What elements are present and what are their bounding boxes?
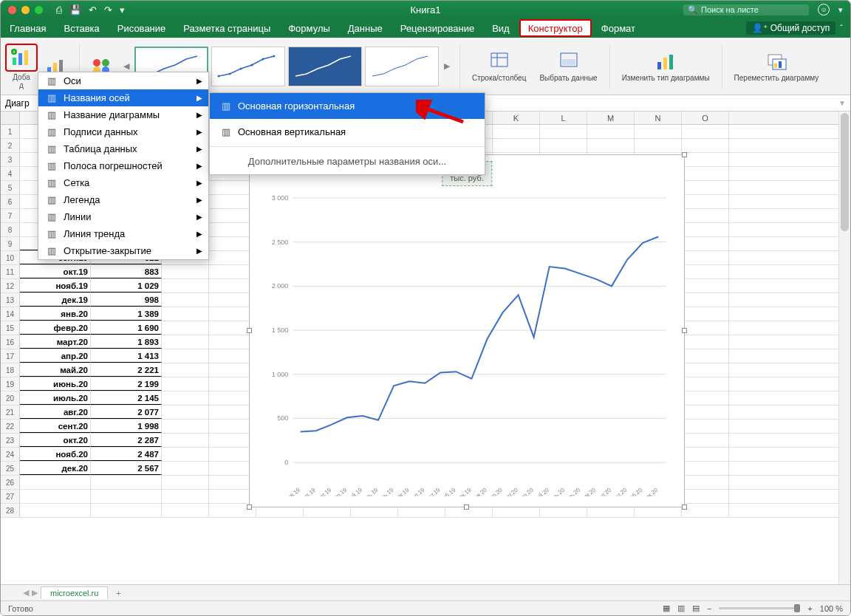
cell[interactable]: 1 998 bbox=[91, 420, 162, 433]
cell[interactable] bbox=[682, 490, 729, 503]
cell[interactable] bbox=[493, 139, 540, 152]
row-header[interactable]: 5 bbox=[1, 181, 20, 194]
cell[interactable]: окт.19 bbox=[20, 265, 91, 278]
cell[interactable] bbox=[682, 335, 729, 349]
tab-format[interactable]: Формат bbox=[592, 18, 644, 38]
menu-item[interactable]: ▥ Легенда ▶ bbox=[38, 191, 208, 208]
cell[interactable] bbox=[682, 195, 729, 208]
cell[interactable]: 2 077 bbox=[91, 405, 162, 419]
cell[interactable] bbox=[682, 139, 729, 152]
cell[interactable] bbox=[682, 448, 729, 461]
resize-handle[interactable] bbox=[682, 328, 687, 333]
cell[interactable] bbox=[682, 153, 729, 166]
cell[interactable]: 2 145 bbox=[91, 391, 162, 405]
view-normal-icon[interactable]: ▦ bbox=[663, 603, 670, 613]
cell[interactable] bbox=[162, 279, 209, 292]
cell[interactable]: 2 567 bbox=[91, 462, 162, 475]
cell[interactable] bbox=[682, 167, 729, 180]
tab-draw[interactable]: Рисование bbox=[109, 18, 174, 38]
cell[interactable] bbox=[587, 125, 635, 138]
add-sheet-button[interactable]: + bbox=[111, 589, 126, 598]
sheet-tab[interactable]: microexcel.ru bbox=[41, 586, 108, 599]
save-icon[interactable]: 💾 bbox=[69, 4, 81, 16]
chart-style-2[interactable] bbox=[211, 47, 285, 86]
cell[interactable] bbox=[682, 321, 729, 335]
row-header[interactable]: 4 bbox=[1, 167, 20, 180]
row-header[interactable]: 11 bbox=[1, 265, 20, 278]
cell[interactable] bbox=[20, 476, 91, 489]
sheet-nav-prev-icon[interactable]: ◀ bbox=[23, 588, 29, 598]
select-data-button[interactable]: Выбрать данные bbox=[535, 50, 601, 82]
cell[interactable] bbox=[162, 476, 209, 489]
cell[interactable] bbox=[682, 391, 729, 405]
cell[interactable]: авг.20 bbox=[20, 405, 91, 419]
menu-item[interactable]: ▥ Подписи данных ▶ bbox=[38, 123, 208, 140]
menu-item[interactable]: ▥ Сетка ▶ bbox=[38, 174, 208, 191]
cell[interactable]: июль.20 bbox=[20, 391, 91, 405]
qat-more-icon[interactable]: ▾ bbox=[120, 4, 125, 16]
switch-row-column-button[interactable]: Строка/столбец bbox=[468, 50, 530, 82]
tab-view[interactable]: Вид bbox=[483, 18, 519, 38]
zoom-out-icon[interactable]: − bbox=[707, 604, 711, 613]
resize-handle[interactable] bbox=[247, 504, 252, 510]
cell[interactable]: 2 221 bbox=[91, 363, 162, 377]
tab-pagelayout[interactable]: Разметка страницы bbox=[174, 18, 279, 38]
cell[interactable] bbox=[682, 504, 729, 517]
titlebar-more-icon[interactable]: ▾ bbox=[838, 5, 843, 15]
menu-item[interactable]: ▥ Название диаграммы ▶ bbox=[38, 106, 208, 123]
cell[interactable]: дек.19 bbox=[20, 293, 91, 307]
row-header[interactable]: 18 bbox=[1, 363, 20, 377]
row-header[interactable]: 21 bbox=[1, 405, 20, 419]
sheet-nav-next-icon[interactable]: ▶ bbox=[32, 588, 38, 598]
cell[interactable] bbox=[540, 125, 587, 138]
cell[interactable] bbox=[91, 476, 162, 489]
row-header[interactable]: 27 bbox=[1, 490, 20, 503]
cell[interactable]: 2 487 bbox=[91, 448, 162, 461]
cell[interactable]: 1 690 bbox=[91, 321, 162, 335]
cell[interactable] bbox=[162, 462, 209, 475]
cell[interactable] bbox=[682, 420, 729, 433]
cell[interactable] bbox=[91, 490, 162, 503]
cell[interactable]: нояб.20 bbox=[20, 448, 91, 461]
redo-icon[interactable]: ↷ bbox=[104, 4, 112, 16]
zoom-level[interactable]: 100 % bbox=[820, 604, 843, 613]
column-header[interactable]: M bbox=[587, 112, 635, 124]
tab-insert[interactable]: Вставка bbox=[55, 18, 108, 38]
cell[interactable] bbox=[682, 223, 729, 236]
cell[interactable] bbox=[682, 363, 729, 377]
move-chart-button[interactable]: Переместить диаграмму bbox=[730, 50, 824, 82]
cell[interactable] bbox=[162, 363, 209, 377]
menu-item[interactable]: ▥ Открытие-закрытие ▶ bbox=[38, 242, 208, 259]
row-header[interactable]: 24 bbox=[1, 448, 20, 461]
row-header[interactable]: 28 bbox=[1, 504, 20, 517]
add-chart-element-button[interactable]: + bbox=[5, 44, 38, 72]
cell[interactable] bbox=[682, 405, 729, 419]
cell[interactable]: дек.20 bbox=[20, 462, 91, 475]
row-header[interactable]: 2 bbox=[1, 139, 20, 152]
view-pagebreak-icon[interactable]: ▤ bbox=[692, 603, 700, 613]
feedback-icon[interactable]: ☺ bbox=[818, 4, 830, 16]
cell[interactable]: янв.20 bbox=[20, 307, 91, 321]
change-chart-type-button[interactable]: Изменить тип диаграммы bbox=[618, 50, 714, 82]
resize-handle[interactable] bbox=[682, 504, 687, 510]
cell[interactable] bbox=[162, 405, 209, 419]
row-header[interactable]: 12 bbox=[1, 279, 20, 292]
menu-item[interactable]: ▥ Оси ▶ bbox=[38, 72, 208, 89]
cell[interactable] bbox=[682, 181, 729, 194]
cell[interactable]: 2 199 bbox=[91, 377, 162, 391]
zoom-in-icon[interactable]: + bbox=[807, 604, 812, 613]
cell[interactable] bbox=[162, 434, 209, 447]
window-zoom[interactable] bbox=[35, 6, 43, 14]
menu-item[interactable]: ▥ Линия тренда ▶ bbox=[38, 225, 208, 242]
row-header[interactable]: 16 bbox=[1, 335, 20, 349]
cell[interactable] bbox=[162, 377, 209, 391]
undo-icon[interactable]: ↶ bbox=[89, 4, 97, 16]
menu-item[interactable]: ▥ Названия осей ▶ bbox=[38, 89, 208, 106]
row-header[interactable]: 6 bbox=[1, 195, 20, 208]
tab-home[interactable]: Главная bbox=[1, 18, 55, 38]
cell[interactable] bbox=[682, 265, 729, 278]
menu-item[interactable]: ▥ Линии ▶ bbox=[38, 208, 208, 225]
row-header[interactable]: 26 bbox=[1, 476, 20, 489]
cell[interactable] bbox=[682, 434, 729, 447]
cell[interactable] bbox=[540, 139, 587, 152]
